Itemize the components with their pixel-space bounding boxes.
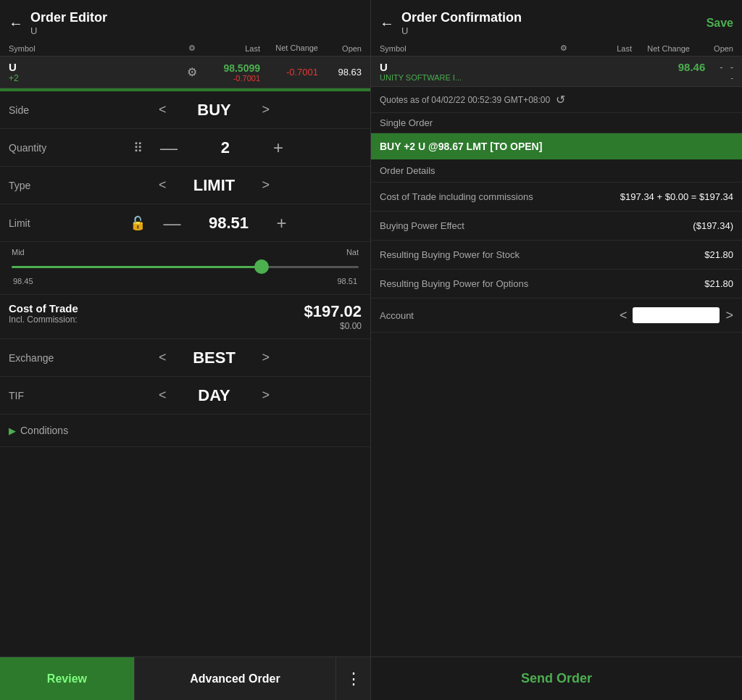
right-company-name: UNITY SOFTWARE I...: [380, 73, 462, 82]
symbol-last-price: 98.5099: [202, 62, 260, 74]
quantity-controls: ⠿ — 2 +: [67, 138, 362, 158]
type-left-arrow[interactable]: <: [147, 178, 178, 193]
advanced-order-button[interactable]: Advanced Order: [134, 657, 335, 700]
type-controls: < LIMIT >: [67, 176, 362, 195]
exchange-value: BEST: [178, 349, 251, 367]
symbol-last-sub: -0.7001: [202, 74, 260, 83]
account-right-arrow[interactable]: >: [725, 308, 733, 323]
slider-track-container[interactable]: [12, 259, 359, 274]
right-ticker: U: [380, 61, 388, 73]
quantity-dots-icon[interactable]: ⠿: [133, 140, 143, 156]
right-bottom-bar: Send Order: [371, 657, 742, 700]
symbol-gear-icon[interactable]: ⚙: [182, 65, 202, 79]
limit-value: 98.51: [192, 214, 264, 233]
limit-controls: 🔓 — 98.51 +: [67, 213, 362, 233]
cost-value-block: $197.02 $0.00: [304, 302, 362, 331]
left-back-button[interactable]: ←: [9, 15, 23, 32]
symbol-netchange-val: -0.7001: [260, 67, 318, 78]
symbol-cell: U +2: [9, 61, 182, 83]
symbol-ticker: U: [9, 61, 182, 73]
right-symbol-row: U 98.46 - - UNITY SOFTWARE I... -: [371, 57, 742, 87]
tif-controls: < DAY >: [67, 386, 362, 405]
right-sym-row1: U 98.46 - -: [380, 61, 733, 73]
single-order-label: Single Order: [371, 113, 742, 133]
right-table-header: Symbol ⚙ Last Net Change Open: [371, 41, 742, 57]
slider-track: [12, 266, 359, 268]
quantity-row: Quantity ⠿ — 2 +: [0, 129, 370, 167]
cost-label: Cost of Trade: [9, 302, 304, 314]
more-options-button[interactable]: ⋮: [335, 657, 370, 700]
slider-right-val: 98.51: [337, 277, 357, 286]
account-value-blurred: [633, 307, 720, 323]
exchange-controls: < BEST >: [67, 349, 362, 367]
type-right-arrow[interactable]: >: [251, 178, 282, 193]
type-row: Type < LIMIT >: [0, 167, 370, 204]
side-right-arrow[interactable]: >: [251, 102, 282, 117]
right-col-open: Open: [690, 44, 733, 53]
quotes-text: Quotes as of 04/02/22 00:52:39 GMT+08:00: [380, 95, 550, 105]
account-left-arrow[interactable]: <: [620, 308, 628, 323]
exchange-left-arrow[interactable]: <: [147, 350, 178, 365]
type-value: LIMIT: [178, 176, 251, 195]
detail-row-buying-power-stock: Resulting Buying Power for Stock $21.80: [371, 241, 742, 270]
exchange-label: Exchange: [9, 352, 67, 364]
conditions-row[interactable]: ▶ Conditions: [0, 414, 370, 447]
side-left-arrow[interactable]: <: [147, 102, 178, 117]
order-confirmation-panel: ← Order Confirmation U Save Symbol ⚙ Las…: [371, 0, 742, 700]
side-value: BUY: [178, 101, 251, 120]
tif-value: DAY: [178, 386, 251, 405]
right-price: 98.46: [678, 61, 706, 73]
save-button[interactable]: Save: [706, 17, 733, 30]
limit-minus-button[interactable]: —: [151, 213, 192, 233]
tif-left-arrow[interactable]: <: [147, 388, 178, 403]
quantity-value: 2: [189, 138, 262, 157]
detail-bpe-value: ($197.34): [693, 220, 733, 231]
cost-value: $197.02: [304, 302, 362, 321]
left-bottom-bar: Review Advanced Order ⋮: [0, 657, 370, 700]
detail-row-cost: Cost of Trade including commissions $197…: [371, 183, 742, 212]
detail-bps-value: $21.80: [704, 249, 733, 260]
slider-area: Mid Nat 98.45 98.51: [0, 242, 370, 295]
limit-row: Limit 🔓 — 98.51 +: [0, 204, 370, 242]
side-label: Side: [9, 104, 67, 116]
tif-row: TIF < DAY >: [0, 377, 370, 414]
detail-row-buying-power-effect: Buying Power Effect ($197.34): [371, 212, 742, 241]
left-subtitle: U: [30, 25, 107, 36]
limit-plus-button[interactable]: +: [264, 213, 298, 233]
right-col-gear-icon[interactable]: ⚙: [554, 43, 574, 53]
review-button[interactable]: Review: [0, 657, 134, 700]
detail-bpo-value: $21.80: [704, 278, 733, 289]
left-title: Order Editor: [30, 10, 107, 25]
left-header: ← Order Editor U: [0, 0, 370, 41]
slider-nat-label: Nat: [346, 248, 359, 257]
col-open: Open: [318, 44, 362, 53]
col-net-change: Net Change: [260, 43, 318, 53]
col-last: Last: [202, 44, 260, 53]
quantity-minus-button[interactable]: —: [149, 138, 189, 158]
tif-label: TIF: [9, 390, 67, 401]
order-summary-bar: BUY +2 U @98.67 LMT [TO OPEN]: [371, 133, 742, 159]
right-back-button[interactable]: ←: [380, 15, 394, 32]
slider-thumb[interactable]: [254, 259, 269, 274]
refresh-icon[interactable]: ↺: [556, 93, 565, 107]
slider-top-labels: Mid Nat: [12, 248, 359, 257]
col-gear-icon[interactable]: ⚙: [182, 43, 202, 53]
side-controls: < BUY >: [67, 101, 362, 120]
symbol-netchange: -0.7001: [260, 67, 318, 78]
slider-bottom-labels: 98.45 98.51: [12, 277, 359, 286]
left-header-title-block: Order Editor U: [30, 10, 107, 36]
send-order-button[interactable]: Send Order: [521, 671, 592, 686]
cost-sub-label: Incl. Commission:: [9, 314, 304, 325]
quantity-plus-button[interactable]: +: [262, 138, 295, 158]
detail-bps-label: Resulting Buying Power for Stock: [380, 249, 704, 260]
tif-right-arrow[interactable]: >: [251, 388, 282, 403]
symbol-badge: +2: [9, 73, 182, 83]
conditions-arrow-icon: ▶: [9, 425, 16, 436]
type-label: Type: [9, 180, 67, 191]
right-subtitle: U: [401, 25, 522, 36]
exchange-right-arrow[interactable]: >: [251, 350, 282, 365]
right-header: ← Order Confirmation U Save: [371, 0, 742, 41]
limit-lock-icon[interactable]: 🔓: [130, 215, 146, 231]
cost-row: Cost of Trade Incl. Commission: $197.02 …: [0, 295, 370, 339]
slider-fill: [12, 266, 262, 268]
